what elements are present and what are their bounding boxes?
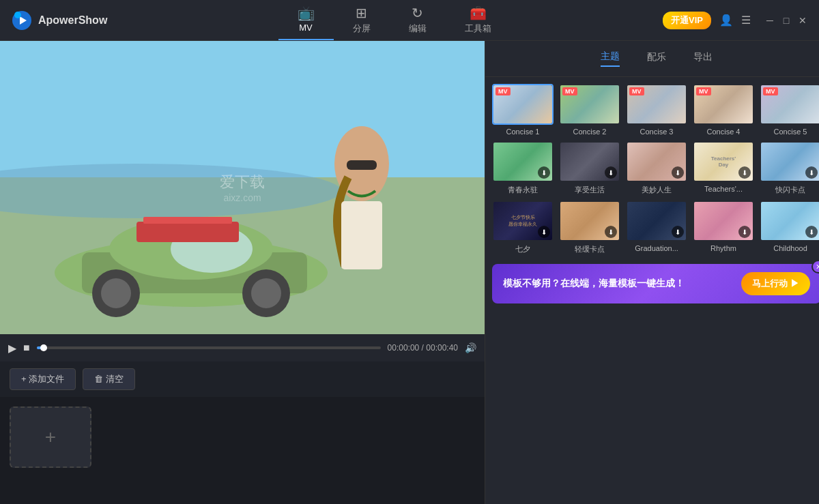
theme-concise4-label: Concise 4 [707, 128, 741, 136]
svg-rect-18 [341, 201, 382, 269]
theme-flash[interactable]: ⬇ 快闪卡点 [760, 141, 819, 195]
menu-icon[interactable]: ☰ [741, 14, 751, 27]
theme-qixi[interactable]: 七夕节快乐愿你幸福永久 ⬇ 七夕 [492, 201, 554, 254]
theme-concise4[interactable]: MV Concise 4 [693, 84, 754, 136]
banner-close-button[interactable]: ✕ [811, 260, 819, 273]
theme-beauty-label: 美妙人生 [642, 185, 672, 195]
time-display: 00:00:00 / 00:00:40 [388, 343, 458, 353]
video-container: 爱下载 aixz.com [0, 41, 485, 334]
tab-music[interactable]: 配乐 [647, 51, 666, 66]
stop-button[interactable]: ■ [23, 342, 30, 354]
logo-area: ApowerShow [0, 10, 136, 31]
add-media-icon: + [45, 426, 56, 448]
tab-edit[interactable]: ↻ 编辑 [390, 0, 446, 40]
video-controls: ▶ ■ 00:00:00 / 00:00:40 🔊 [0, 334, 485, 361]
user-icon[interactable]: 👤 [719, 14, 733, 27]
download-badge: ⬇ [738, 226, 751, 238]
theme-childhood[interactable]: ⬇ Childhood [760, 201, 819, 254]
theme-flash-label: 快闪卡点 [775, 185, 805, 195]
theme-rhythm[interactable]: ⬇ Rhythm [693, 201, 754, 254]
theme-light-label: 轻缓卡点 [575, 244, 605, 254]
right-tabs: 主题 配乐 导出 [485, 41, 819, 77]
theme-concise1-thumb: MV [492, 84, 554, 125]
progress-bar[interactable] [37, 346, 381, 349]
minimize-button[interactable]: ─ [764, 15, 775, 26]
tab-edit-label: 编辑 [409, 23, 427, 35]
mv-icon: 📺 [298, 6, 315, 20]
download-badge: ⬇ [538, 166, 550, 179]
tab-tools[interactable]: 🧰 工具箱 [446, 0, 511, 40]
theme-flash-thumb: ⬇ [760, 141, 819, 182]
main-content: 爱下载 aixz.com ▶ ■ 00:00:00 / 00:00:40 🔊 +… [0, 41, 819, 504]
theme-concise1-label: Concise 1 [506, 128, 540, 136]
theme-enjoy[interactable]: ⬇ 享受生活 [559, 141, 620, 195]
progress-dot [40, 344, 47, 351]
theme-concise3[interactable]: MV Concise 3 [626, 84, 687, 136]
theme-grid: MV Concise 1 MV Concise 2 MV [485, 77, 819, 261]
vip-button[interactable]: 开通VIP [663, 12, 711, 29]
theme-light[interactable]: ⬇ 轻缓卡点 [559, 201, 620, 254]
video-scene-svg [0, 41, 485, 334]
tab-split[interactable]: ⊞ 分屏 [334, 0, 390, 40]
svg-point-11 [101, 278, 131, 308]
timeline: + [0, 397, 485, 504]
theme-concise5-thumb: MV [760, 84, 819, 125]
theme-concise5[interactable]: MV Concise 5 [760, 84, 819, 136]
download-badge: ⬇ [672, 226, 684, 238]
theme-teachers[interactable]: Teachers'Day ⬇ Teachers'... [693, 141, 754, 195]
logo-icon [11, 10, 33, 31]
theme-concise1[interactable]: MV Concise 1 [492, 84, 554, 136]
mv-badge: MV [495, 87, 511, 95]
svg-rect-15 [143, 217, 232, 224]
mv-badge: MV [562, 87, 577, 95]
theme-youth-thumb: ⬇ [492, 141, 554, 182]
banner-text: 模板不够用？在线端，海量模板一键生成！ [503, 278, 685, 290]
download-badge: ⬇ [605, 226, 617, 238]
video-scene [0, 41, 485, 334]
theme-qixi-label: 七夕 [515, 244, 530, 254]
theme-enjoy-label: 享受生活 [575, 185, 605, 195]
theme-enjoy-thumb: ⬇ [559, 141, 620, 182]
download-badge: ⬇ [805, 226, 818, 238]
theme-light-thumb: ⬇ [559, 201, 620, 241]
theme-youth[interactable]: ⬇ 青春永驻 [492, 141, 554, 195]
theme-childhood-thumb: ⬇ [760, 201, 819, 241]
banner-cta-button[interactable]: 马上行动 ▶ [741, 272, 810, 295]
tab-export[interactable]: 导出 [693, 51, 713, 66]
download-badge: ⬇ [672, 166, 684, 179]
theme-teachers-label: Teachers'... [704, 185, 743, 193]
tab-mv[interactable]: 📺 MV [278, 0, 334, 40]
theme-beauty[interactable]: ⬇ 美妙人生 [626, 141, 687, 195]
tab-tools-label: 工具箱 [465, 23, 491, 35]
nav-tabs: 📺 MV ⊞ 分屏 ↻ 编辑 🧰 工具箱 [136, 0, 652, 40]
progress-fill [37, 346, 44, 349]
svg-point-13 [251, 278, 281, 308]
edit-icon: ↻ [412, 6, 423, 20]
theme-concise5-label: Concise 5 [774, 128, 807, 136]
tab-split-label: 分屏 [353, 23, 371, 35]
maximize-button[interactable]: □ [781, 15, 792, 26]
window-controls: ─ □ ✕ [764, 15, 808, 26]
add-file-button[interactable]: + 添加文件 [10, 368, 76, 390]
close-window-button[interactable]: ✕ [797, 15, 808, 26]
app-name: ApowerShow [38, 14, 107, 27]
svg-point-2 [14, 12, 21, 18]
volume-icon[interactable]: 🔊 [465, 342, 476, 353]
play-button[interactable]: ▶ [8, 342, 16, 355]
titlebar-right: 开通VIP 👤 ☰ ─ □ ✕ [652, 12, 819, 29]
theme-rhythm-label: Rhythm [710, 244, 736, 252]
theme-rhythm-thumb: ⬇ [693, 201, 754, 241]
download-badge: ⬇ [738, 166, 751, 179]
download-badge: ⬇ [538, 226, 550, 238]
theme-graduation[interactable]: ⬇ Graduation... [626, 201, 687, 254]
theme-graduation-thumb: ⬇ [626, 201, 687, 241]
theme-graduation-label: Graduation... [635, 244, 678, 252]
theme-youth-label: 青春永驻 [508, 185, 538, 195]
svg-rect-17 [347, 160, 377, 170]
left-panel: 爱下载 aixz.com ▶ ■ 00:00:00 / 00:00:40 🔊 +… [0, 41, 485, 504]
promo-banner: 模板不够用？在线端，海量模板一键生成！ 马上行动 ▶ ✕ [492, 264, 819, 303]
theme-concise2[interactable]: MV Concise 2 [559, 84, 620, 136]
tab-theme[interactable]: 主题 [601, 50, 620, 67]
add-media-button[interactable]: + [10, 406, 91, 468]
clear-button[interactable]: 🗑 清空 [83, 368, 135, 390]
